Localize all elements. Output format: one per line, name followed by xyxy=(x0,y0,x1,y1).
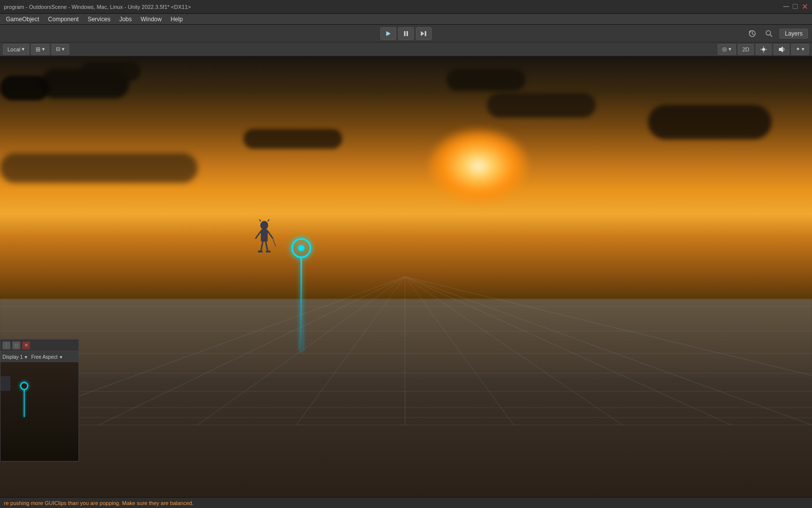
menu-jobs[interactable]: Jobs xyxy=(115,15,135,24)
local-dropdown[interactable]: Local ▾ xyxy=(3,44,29,55)
local-chevron: ▾ xyxy=(22,46,25,52)
display-label: Display 1 xyxy=(2,354,23,360)
scene-right-tools: ◎ ▾ 2D ✦ ▾ xyxy=(718,44,809,55)
search-button[interactable] xyxy=(763,27,775,40)
panel-maximize-btn[interactable]: □ xyxy=(12,341,20,349)
cloud-8 xyxy=(0,153,198,183)
step-button[interactable] xyxy=(416,27,432,40)
menu-gameobject[interactable]: GameObject xyxy=(2,15,43,24)
cloud-7 xyxy=(244,129,342,149)
display-dropdown[interactable]: ▾ xyxy=(25,354,27,360)
cloud-3 xyxy=(0,76,49,100)
pause-button[interactable] xyxy=(398,27,414,40)
effects-icon: ✦ xyxy=(796,46,800,52)
status-bar: re pushing more GUIClips than you are po… xyxy=(0,497,812,508)
mini-gizmo-line xyxy=(24,390,25,417)
audio-toggle[interactable] xyxy=(773,44,789,55)
svg-line-22 xyxy=(405,277,812,425)
layers-button[interactable]: Layers xyxy=(779,29,808,39)
cloud-2 xyxy=(81,61,140,81)
svg-line-19 xyxy=(405,277,514,425)
svg-line-39 xyxy=(266,242,268,252)
close-btn[interactable]: ✕ xyxy=(802,2,808,11)
aspect-dropdown[interactable]: ▾ xyxy=(60,354,62,360)
sun-glow xyxy=(429,129,528,203)
transform-icon: ⊞ xyxy=(36,46,41,53)
cloud-5 xyxy=(447,69,526,91)
svg-line-38 xyxy=(261,242,263,252)
svg-line-36 xyxy=(256,231,261,238)
maximize-btn[interactable]: □ xyxy=(793,2,798,11)
game-panel: ⋮ □ ✕ Display 1 ▾ Free Aspect ▾ xyxy=(0,339,79,462)
svg-rect-41 xyxy=(266,251,271,253)
panel-close-btn[interactable]: ✕ xyxy=(22,341,30,349)
title-bar: program - OutdoorsScene - Windows, Mac, … xyxy=(0,0,812,14)
svg-line-23 xyxy=(405,277,812,376)
render-mode-dropdown[interactable]: ◎ ▾ xyxy=(718,44,736,55)
light-toggle[interactable] xyxy=(756,44,771,55)
2d-toggle[interactable]: 2D xyxy=(738,44,754,55)
gizmo-vertical-line xyxy=(301,257,302,351)
toolbar-right: Layers xyxy=(746,27,808,40)
sky-background xyxy=(0,56,812,299)
svg-line-42 xyxy=(273,238,276,247)
panel-menu-btn[interactable]: ⋮ xyxy=(2,341,10,349)
svg-marker-0 xyxy=(386,31,391,36)
svg-line-17 xyxy=(296,277,405,425)
history-button[interactable] xyxy=(746,27,759,40)
game-panel-header: ⋮ □ ✕ xyxy=(0,339,79,351)
menu-services[interactable]: Services xyxy=(83,15,114,24)
mini-character xyxy=(0,376,10,391)
game-panel-toolbar: Display 1 ▾ Free Aspect ▾ xyxy=(0,351,79,362)
mini-gizmo xyxy=(20,382,28,390)
scene-view[interactable]: ⋮ □ ✕ Display 1 ▾ Free Aspect ▾ xyxy=(0,56,812,497)
effects-chevron: ▾ xyxy=(802,46,805,52)
svg-line-21 xyxy=(405,277,731,425)
effects-dropdown[interactable]: ✦ ▾ xyxy=(791,44,809,55)
menu-help[interactable]: Help xyxy=(166,15,187,24)
svg-rect-4 xyxy=(425,31,426,36)
character xyxy=(252,219,277,259)
audio-icon xyxy=(778,46,785,53)
aspect-label: Free Aspect xyxy=(31,354,57,360)
svg-rect-1 xyxy=(404,31,406,36)
svg-line-7 xyxy=(770,35,772,37)
game-panel-content xyxy=(0,362,79,461)
menu-component[interactable]: Component xyxy=(44,15,82,24)
svg-point-8 xyxy=(762,48,765,51)
playback-controls xyxy=(380,27,432,40)
menu-bar: GameObject Component Services Jobs Windo… xyxy=(0,14,812,25)
cloud-4 xyxy=(487,93,596,118)
scene-grid xyxy=(0,277,812,497)
svg-line-34 xyxy=(268,219,269,221)
render-chevron: ▾ xyxy=(729,46,731,52)
scene-toolbar: Local ▾ ⊞ ▾ ⊟ ▾ ◎ ▾ 2D xyxy=(0,42,812,56)
svg-line-20 xyxy=(405,277,622,425)
svg-rect-40 xyxy=(258,251,263,253)
status-message: re pushing more GUIClips than you are po… xyxy=(4,500,194,506)
svg-line-33 xyxy=(259,219,261,221)
grid-dropdown[interactable]: ⊟ ▾ xyxy=(51,44,69,55)
svg-line-37 xyxy=(268,231,273,238)
move-gizmo[interactable] xyxy=(291,238,311,258)
character-sprite xyxy=(252,219,277,259)
transform-chevron: ▾ xyxy=(42,46,45,52)
cloud-6 xyxy=(648,105,771,139)
local-label: Local xyxy=(7,46,20,52)
transform-dropdown[interactable]: ⊞ ▾ xyxy=(31,44,49,55)
grid-chevron: ▾ xyxy=(62,46,65,52)
light-icon xyxy=(760,46,767,53)
play-button[interactable] xyxy=(380,27,396,40)
svg-marker-3 xyxy=(421,31,424,36)
minimize-btn[interactable]: ─ xyxy=(783,2,789,11)
gizmo-circle[interactable] xyxy=(291,238,311,258)
svg-rect-35 xyxy=(261,229,268,242)
main-toolbar: Layers xyxy=(0,25,812,42)
title-text: program - OutdoorsScene - Windows, Mac, … xyxy=(4,4,191,10)
menu-window[interactable]: Window xyxy=(137,15,166,24)
render-icon: ◎ xyxy=(722,46,727,52)
svg-line-15 xyxy=(99,277,405,425)
svg-rect-2 xyxy=(406,31,408,36)
svg-point-32 xyxy=(260,221,268,230)
grid-icon: ⊟ xyxy=(56,46,60,52)
